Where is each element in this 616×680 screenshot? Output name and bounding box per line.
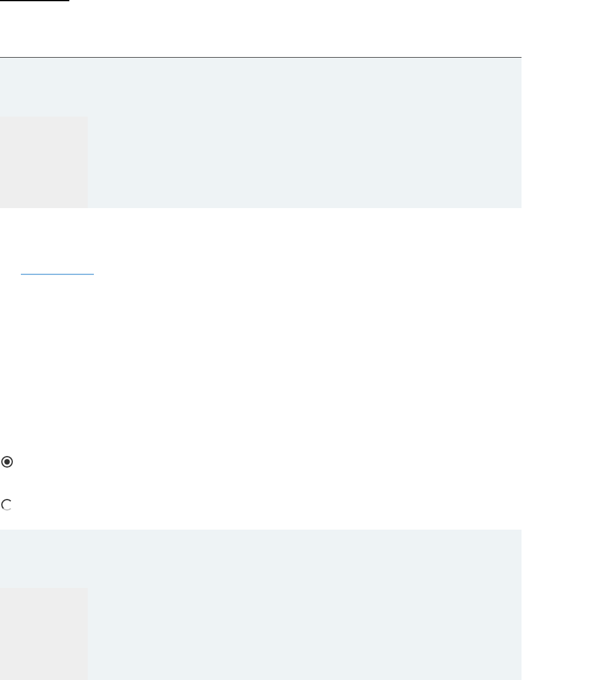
link-underline[interactable] bbox=[21, 274, 94, 275]
radio-option-1[interactable] bbox=[1, 456, 13, 468]
top-divider-block bbox=[0, 0, 69, 1]
placeholder-block-2 bbox=[0, 588, 88, 680]
radio-option-2[interactable] bbox=[1, 499, 13, 511]
placeholder-block-1 bbox=[0, 117, 88, 208]
